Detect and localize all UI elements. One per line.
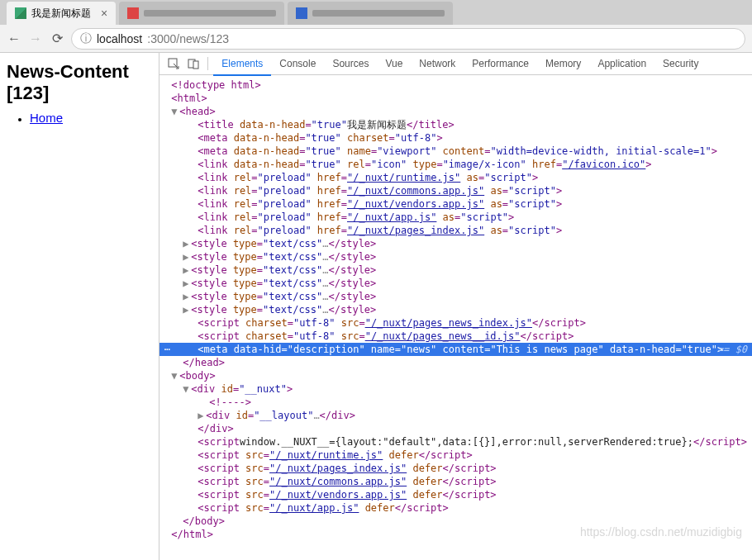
dom-line[interactable]: <script src="/_nuxt/commons.app.js" defe… [159, 475, 752, 488]
dom-line[interactable]: <script src="/_nuxt/runtime.js" defer</s… [159, 448, 752, 462]
dom-line[interactable]: ▶<style type="text/css"…</style> [159, 277, 752, 290]
inspect-icon[interactable] [164, 55, 183, 73]
dom-line[interactable]: ▼<body> [159, 369, 752, 382]
devtools-tab-performance[interactable]: Performance [464, 53, 537, 74]
browser-tab-active[interactable]: 我是新闻标题 × [7, 2, 116, 25]
favicon-icon [15, 7, 26, 19]
dom-line[interactable]: <script src="/_nuxt/vendors.app.js" defe… [159, 488, 752, 501]
dom-line-selected[interactable]: ⋯<meta data-hid="description" name="news… [159, 343, 752, 356]
browser-tab-inactive[interactable] [119, 2, 284, 25]
devtools-tab-security[interactable]: Security [654, 53, 707, 74]
dom-line[interactable]: <title data-n-head="true"我是新闻标题</title> [159, 118, 752, 131]
svg-rect-2 [193, 61, 198, 69]
dom-line[interactable]: <meta data-n-head="true" name="viewport"… [159, 145, 752, 158]
devtools: ElementsConsoleSourcesVueNetworkPerforma… [159, 53, 752, 560]
dom-line[interactable]: <link rel="preload" href="/_nuxt/runtime… [159, 171, 752, 184]
dom-line[interactable]: <link rel="preload" href="/_nuxt/vendors… [159, 197, 752, 211]
page-content: News-Content [123] Home [0, 53, 159, 560]
elements-panel[interactable]: <!doctype html><html>▼<head><title data-… [159, 75, 752, 560]
favicon-icon [296, 7, 307, 19]
devtools-tab-vue[interactable]: Vue [377, 53, 411, 74]
devtools-tab-application[interactable]: Application [589, 53, 654, 74]
dom-line[interactable]: ▶<div id="__layout"…</div> [159, 409, 752, 422]
dom-line[interactable]: <script src="/_nuxt/app.js" defer</scrip… [159, 501, 752, 515]
devtools-tab-console[interactable]: Console [271, 53, 324, 74]
dom-line[interactable]: <script src="/_nuxt/pages_index.js" defe… [159, 462, 752, 475]
browser-tabbar: 我是新闻标题 × [0, 0, 752, 25]
dom-line[interactable]: <scriptwindow.__NUXT__={layout:"default"… [159, 435, 752, 448]
dom-line[interactable]: ▶<style type="text/css"…</style> [159, 250, 752, 263]
url-input[interactable]: ⓘ localhost:3000/news/123 [71, 28, 745, 50]
devtools-tab-sources[interactable]: Sources [324, 53, 377, 74]
close-icon[interactable]: × [101, 7, 107, 20]
dom-line[interactable]: <script charset="utf-8" src="/_nuxt/page… [159, 316, 752, 330]
dom-line[interactable]: <link rel="preload" href="/_nuxt/app.js"… [159, 211, 752, 224]
dom-line[interactable]: <html> [159, 92, 752, 105]
dom-line[interactable]: ▼<head> [159, 105, 752, 118]
back-icon[interactable]: ← [7, 31, 21, 46]
devtools-tab-network[interactable]: Network [411, 53, 464, 74]
devtools-tabs: ElementsConsoleSourcesVueNetworkPerforma… [159, 53, 752, 75]
dom-line[interactable]: ▶<style type="text/css"…</style> [159, 303, 752, 316]
dom-line[interactable]: <meta data-n-head="true" charset="utf-8"… [159, 131, 752, 145]
tab-title-blurred [144, 10, 276, 17]
address-bar: ← → ⟳ ⓘ localhost:3000/news/123 [0, 25, 752, 53]
site-info-icon[interactable]: ⓘ [80, 31, 92, 46]
devtools-tab-memory[interactable]: Memory [537, 53, 589, 74]
dom-line[interactable]: <link data-n-head="true" rel="icon" type… [159, 158, 752, 171]
dom-line[interactable]: <link rel="preload" href="/_nuxt/pages_i… [159, 224, 752, 237]
dom-line[interactable]: <script charset="utf-8" src="/_nuxt/page… [159, 330, 752, 343]
devtools-tab-elements[interactable]: Elements [213, 53, 271, 76]
dom-line[interactable]: </div> [159, 422, 752, 435]
favicon-icon [127, 7, 139, 19]
forward-icon[interactable]: → [28, 31, 43, 46]
url-path: :3000/news/123 [147, 32, 229, 45]
home-link[interactable]: Home [30, 111, 63, 125]
dom-line[interactable]: ▼<div id="__nuxt"> [159, 382, 752, 396]
browser-tab-inactive[interactable] [288, 2, 453, 25]
dom-line[interactable]: ▶<style type="text/css"…</style> [159, 263, 752, 277]
dom-line[interactable]: <!doctype html> [159, 78, 752, 92]
device-toggle-icon[interactable] [184, 55, 202, 73]
dom-line[interactable]: <link rel="preload" href="/_nuxt/commons… [159, 184, 752, 197]
tab-title: 我是新闻标题 [31, 7, 91, 21]
divider [207, 57, 208, 70]
dom-line[interactable]: ▶<style type="text/css"…</style> [159, 290, 752, 303]
page-title: News-Content [123] [7, 61, 152, 104]
reload-icon[interactable]: ⟳ [50, 31, 64, 46]
dom-line[interactable]: <!----> [159, 396, 752, 409]
url-host: localhost [97, 32, 142, 45]
watermark: https://blog.csdn.net/muzidigbig [580, 525, 742, 539]
dom-line[interactable]: ▶<style type="text/css"…</style> [159, 237, 752, 250]
dom-line[interactable]: </head> [159, 356, 752, 369]
tab-title-blurred [312, 10, 445, 17]
